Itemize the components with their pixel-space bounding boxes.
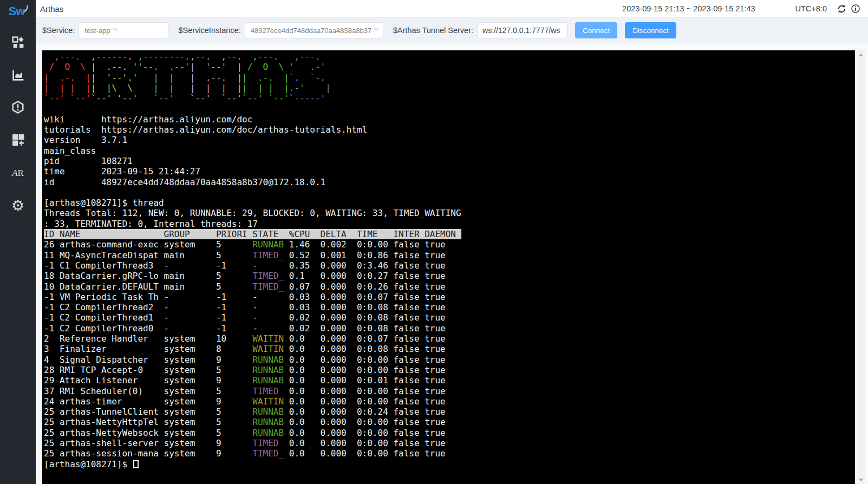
terminal-line: wiki https://arthas.aliyun.com/doc: [44, 114, 855, 125]
sidebar-item-marketplace[interactable]: [10, 133, 25, 148]
terminal-line: 10 DataCarrier.DEFAULT main 5 TIMED_ 0.0…: [44, 282, 855, 292]
terminal-line: 25 arthas-session-mana system 9 TIMED_ 0…: [44, 448, 855, 459]
terminal-line: -1 C1 CompilerThread3 - -1 - 0.35 0.000 …: [44, 260, 855, 271]
settings-gear-icon: ⚙: [11, 199, 24, 213]
terminal-line: -1 VM Periodic Task Th - -1 - 0.03 0.000…: [44, 292, 855, 302]
sidebar-item-alerting[interactable]: [10, 101, 25, 116]
arthas-terminal[interactable]: ,---. ,------. ,--------.,--. ,--. ,---.…: [42, 50, 855, 484]
tunnel-server-input[interactable]: [477, 22, 567, 38]
connect-button[interactable]: Connect: [575, 22, 617, 38]
terminal-line: : 33, TERMINATED: 0, Internal threads: 1…: [44, 219, 855, 229]
refresh-icon[interactable]: [837, 4, 847, 14]
terminal-line: [44, 103, 855, 114]
sidebar-item-settings[interactable]: ⚙: [10, 198, 25, 213]
terminal-line: 18 DataCarrier.gRPC-lo main 5 TIMED_ 0.1…: [44, 271, 855, 281]
terminal-line: 37 RMI Scheduler(0) system 5 TIMED_ 0.0 …: [44, 386, 855, 396]
terminal-line: [44, 187, 855, 198]
terminal-line: | | | || |\ \ | | | | | || | | |.-' |: [44, 83, 855, 93]
terminal-line: 2 Reference Handler system 10 WAITIN 0.0…: [44, 333, 855, 344]
service-instance-select[interactable]: 48927ece4dd748ddaa70aa4858a8b370(: [245, 22, 383, 38]
sidebar-item-dashboards[interactable]: [10, 36, 25, 51]
skywalking-logo[interactable]: Sw): [9, 4, 28, 21]
terminal-line: pid 108271: [44, 156, 855, 166]
logo-text: Sw: [9, 4, 25, 18]
metrics-chart-icon: [11, 68, 25, 84]
header-right-group: 2023-09-15 21:13 ~ 2023-09-15 21:43 UTC+…: [622, 4, 860, 14]
terminal-line: 25 arthas-NettyHttpTel system 5 RUNNAB 0…: [44, 417, 855, 427]
service-label: $Service:: [42, 26, 75, 35]
service-instance-select-value: 48927ece4dd748ddaa70aa4858a8b370(: [251, 27, 371, 35]
timezone-selector[interactable]: UTC+8:0: [795, 4, 827, 13]
arthas-icon: AR: [12, 168, 24, 179]
alerting-icon: [11, 100, 25, 116]
terminal-line: -1 C2 CompilerThread1 - -1 - 0.02 0.000 …: [44, 312, 855, 323]
terminal-line: 11 MQ-AsyncTraceDispat main 5 TIMED_ 0.5…: [44, 250, 855, 260]
page-title: Arthas: [40, 4, 63, 14]
terminal-line: -1 C2 CompilerThread0 - -1 - 0.02 0.000 …: [44, 323, 855, 333]
top-header: Arthas 2023-09-15 21:13 ~ 2023-09-15 21:…: [36, 0, 868, 18]
terminal-line: ,---. ,------. ,--------.,--. ,--. ,---.…: [44, 51, 855, 62]
service-select[interactable]: test-app: [79, 22, 168, 38]
terminal-line: [arthas@108271]$ thread: [44, 198, 855, 208]
service-select-value: test-app: [84, 27, 110, 35]
terminal-line: 24 arthas-timer system 9 WAITIN 0.0 0.00…: [44, 396, 855, 407]
terminal-line: / O \ | .--. ''--. .--'| '--' | / O \ ' …: [44, 62, 855, 72]
terminal-line: 25 arthas-TunnelClient system 5 RUNNAB 0…: [44, 407, 855, 417]
chevron-down-icon: [372, 25, 381, 36]
terminal-scrollbar[interactable]: [857, 50, 865, 484]
terminal-line: `--' `--'`--' '--' `--' `--' `--'`--' `-…: [44, 93, 855, 103]
terminal-line: | .-. || '--'.' | | | .--. || .-. |`. `-…: [44, 73, 855, 83]
disconnect-button[interactable]: Disconnect: [625, 22, 676, 38]
sidebar: Sw): [0, 0, 36, 484]
terminal-line: 29 Attach Listener system 9 RUNNAB 0.0 0…: [44, 375, 855, 385]
terminal-line: tutorials https://arthas.aliyun.com/doc/…: [44, 125, 855, 135]
content-area: ,---. ,------. ,--------.,--. ,--. ,---.…: [36, 43, 868, 484]
scroll-up-arrow[interactable]: [857, 50, 865, 59]
terminal-line: -1 C2 CompilerThread2 - -1 - 0.03 0.000 …: [44, 302, 855, 312]
terminal-line: 28 RMI TCP Accept-0 system 5 RUNNAB 0.0 …: [44, 365, 855, 375]
tunnel-server-label: $Arthas Tunnel Server:: [393, 26, 473, 35]
terminal-line: 25 arthas-shell-server system 9 TIMED_ 0…: [44, 438, 855, 448]
scroll-down-arrow[interactable]: [857, 475, 865, 484]
terminal-line: 26 arthas-command-exec system 5 RUNNAB 1…: [44, 239, 855, 250]
sidebar-nav: AR ⚙: [10, 36, 25, 213]
terminal-line: version 3.7.1: [44, 135, 855, 145]
sidebar-item-arthas[interactable]: AR: [10, 166, 25, 181]
service-instance-label: $ServiceInstance:: [178, 26, 240, 35]
terminal-line: 4 Signal Dispatcher system 9 RUNNAB 0.0 …: [44, 355, 855, 365]
terminal-line: 25 arthas-NettyWebsock system 5 RUNNAB 0…: [44, 428, 855, 438]
sidebar-item-metrics[interactable]: [10, 68, 25, 83]
terminal-line: 3 Finalizer system 8 WAITIN 0.0 0.000 0:…: [44, 344, 855, 354]
terminal-cursor: [133, 460, 139, 468]
dashboards-icon: [11, 36, 25, 51]
terminal-line: main_class: [44, 146, 855, 156]
terminal-line: ID NAME GROUP PRIORI STATE %CPU DELTA_ T…: [44, 229, 855, 239]
time-range-picker[interactable]: 2023-09-15 21:13 ~ 2023-09-15 21:43: [622, 4, 755, 13]
terminal-line: Threads Total: 112, NEW: 0, RUNNABLE: 29…: [44, 208, 855, 218]
terminal-line: time 2023-09-15 21:44:27: [44, 166, 855, 176]
chevron-down-icon: [111, 25, 120, 36]
terminal-line: id 48927ece4dd748ddaa70aa4858a8b370@172.…: [44, 177, 855, 187]
marketplace-icon: [11, 133, 25, 149]
arthas-toolbar: $Service: test-app $ServiceInstance: 489…: [36, 18, 868, 43]
info-icon[interactable]: [850, 4, 860, 14]
terminal-line: [arthas@108271]$: [44, 459, 855, 469]
